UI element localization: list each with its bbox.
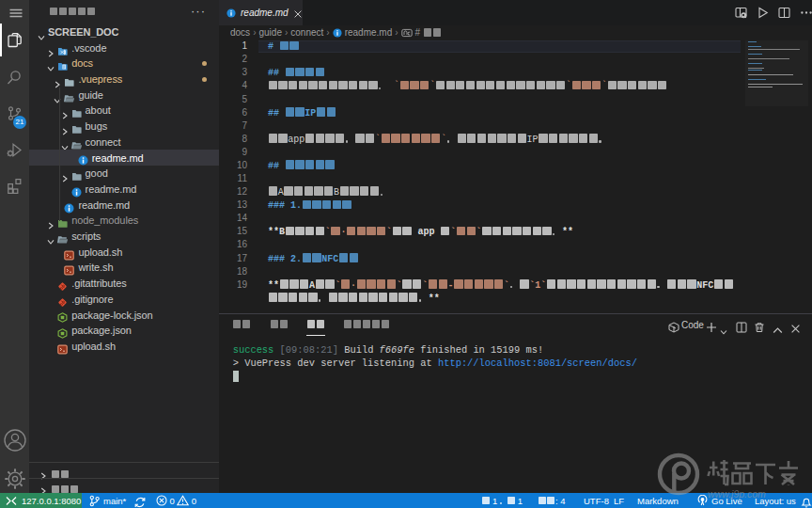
svg-text:www.j9p.com: www.j9p.com — [708, 488, 766, 500]
